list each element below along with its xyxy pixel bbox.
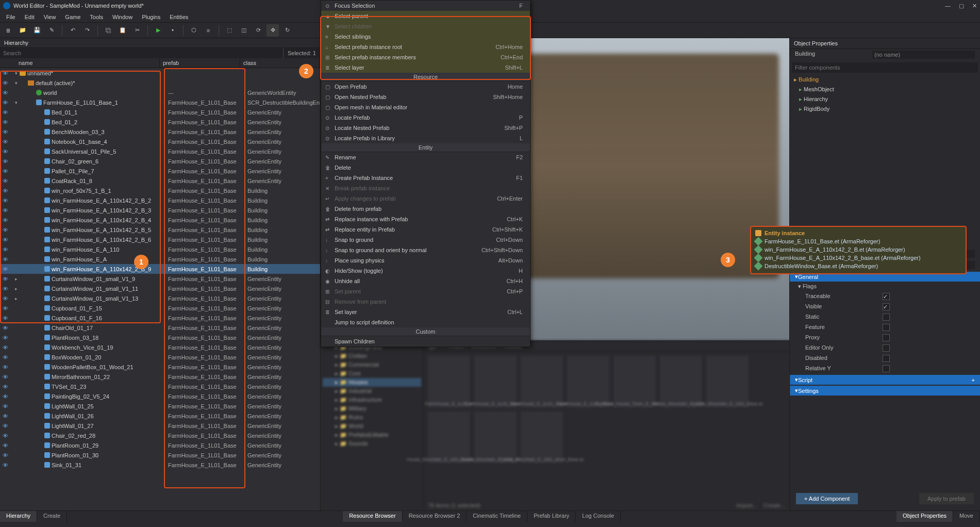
thumbnail[interactable]: House_Mountain_E_1I01_Base.et — [706, 356, 749, 407]
select-icon[interactable]: ⬚ — [223, 24, 236, 37]
ctx-item[interactable]: ⊙Locate PrefabP — [321, 112, 530, 123]
visibility-icon[interactable]: 👁 — [0, 149, 10, 155]
thumbnail-grid[interactable]: FarmHouse_E_1L01.etFarmHouse_E_1L01_Base… — [424, 352, 789, 500]
tree-row[interactable]: 👁▸CurtainsWindow_01_small_V1_9FarmHouse_… — [0, 274, 320, 284]
visibility-icon[interactable]: 👁 — [0, 462, 10, 468]
thumbnail[interactable]: FarmHouse_E_1L01_Base.et — [474, 356, 517, 407]
folder-item[interactable]: ▸ 📁 Infrastructure — [323, 396, 421, 404]
expand-icon[interactable]: ▸ — [12, 286, 20, 291]
ctx-item[interactable]: Spawn Children — [321, 336, 530, 347]
menu-entities[interactable]: Entities — [165, 13, 192, 21]
visibility-icon[interactable]: 👁 — [0, 335, 10, 341]
cut-icon[interactable]: ✂ — [131, 24, 143, 37]
tree-row[interactable]: 👁Chair_02_green_6FarmHouse_E_1L01_BaseGe… — [0, 156, 320, 166]
edit-icon[interactable]: ✎ — [45, 24, 58, 37]
menu-plugins[interactable]: Plugins — [138, 13, 164, 21]
tree-row[interactable]: 👁Chair_02_red_28FarmHouse_E_1L01_BaseGen… — [0, 431, 320, 440]
folder-item[interactable]: ▸ 📁 Military — [323, 404, 421, 413]
expand-icon[interactable]: ▾ — [12, 71, 20, 76]
new-file-icon[interactable]: 🗎 — [2, 24, 14, 37]
maximize-icon[interactable]: ▢ — [959, 3, 964, 9]
flag-checkbox[interactable] — [883, 334, 890, 341]
marquee-icon[interactable]: ◫ — [238, 24, 250, 37]
expand-icon[interactable]: ▸ — [12, 276, 20, 282]
thumbnail[interactable]: House_Mountain_E_1I01_short.et — [474, 411, 517, 463]
column-prefab[interactable]: prefab — [160, 58, 240, 68]
tree-row[interactable]: 👁Cupboard_01_F_16FarmHouse_E_1L01_BaseGe… — [0, 313, 320, 323]
flag-checkbox[interactable] — [883, 365, 890, 372]
play-icon[interactable]: ▶ — [152, 24, 164, 37]
visibility-icon[interactable]: 👁 — [0, 393, 10, 400]
visibility-icon[interactable]: 👁 — [0, 100, 10, 106]
visibility-icon[interactable]: 👁 — [0, 374, 10, 380]
visibility-icon[interactable]: 👁 — [0, 305, 10, 311]
flags-header[interactable]: ▾ Flags — [790, 282, 980, 291]
ctx-item[interactable]: ⊙Locate Nested PrefabShift+P — [321, 123, 530, 133]
tree-row[interactable]: 👁Notebook_01_base_4FarmHouse_E_1L01_Base… — [0, 137, 320, 146]
folder-item[interactable]: ▸ 📁 Civilian — [323, 352, 421, 360]
tree-row[interactable]: 👁LightWall_01_27FarmHouse_E_1L01_BaseGen… — [0, 421, 320, 431]
visibility-icon[interactable]: 👁 — [0, 384, 10, 390]
thumbnail[interactable]: House_Mountain_E_1I01.et — [660, 356, 702, 407]
visibility-icon[interactable]: 👁 — [0, 168, 10, 174]
ctx-item[interactable]: ◉Unhide allCtrl+H — [321, 276, 530, 286]
create-button[interactable]: Create... — [763, 502, 785, 508]
visibility-icon[interactable]: 👁 — [0, 276, 10, 282]
ctx-item[interactable]: Jump to script definition — [321, 317, 530, 327]
visibility-icon[interactable]: 👁 — [0, 325, 10, 331]
tab-prefab-library[interactable]: Prefab Library — [527, 511, 576, 522]
tree-row[interactable]: 👁CoatRack_01_8FarmHouse_E_1L01_BaseGener… — [0, 176, 320, 186]
folder-item[interactable]: ▸ 📁 Sounds — [323, 439, 421, 448]
add-component-button[interactable]: + Add Component — [796, 493, 858, 504]
popup-item[interactable]: win_FarmHouse_E_A_110x142_2_B_base.et (A… — [755, 254, 961, 262]
ctx-item[interactable]: ↓Snap to ground and orient by normalCtrl… — [321, 245, 530, 255]
visibility-icon[interactable]: 👁 — [0, 266, 10, 272]
visibility-icon[interactable]: 👁 — [0, 433, 10, 439]
folder-item[interactable]: ▸ 📁 Industrial — [323, 387, 421, 396]
tab-hierarchy[interactable]: Hierarchy — [0, 511, 37, 522]
ctx-item[interactable]: ⊞Select prefab instance membersCtrl+End — [321, 52, 530, 62]
tree-row[interactable]: 👁BoxWooden_01_20FarmHouse_E_1L01_BaseGen… — [0, 352, 320, 362]
tree-row[interactable]: 👁LightWall_01_26FarmHouse_E_1L01_BaseGen… — [0, 411, 320, 421]
undo-icon[interactable]: ↶ — [67, 24, 79, 37]
tab-move[interactable]: Move — [953, 511, 980, 522]
ctx-item[interactable]: 🗑Delete from prefab — [321, 204, 530, 214]
tree-row[interactable]: 👁PlantRoom_03_18FarmHouse_E_1L01_BaseGen… — [0, 333, 320, 342]
component-item[interactable]: ▸ RigidBody — [790, 104, 980, 114]
tree-row[interactable]: 👁win_FarmHouse_E_A_110x142_2_B_5FarmHous… — [0, 225, 320, 235]
name-field[interactable]: (no name) — [872, 51, 975, 59]
tree-row[interactable]: 👁world---GenericWorldEntity — [0, 88, 320, 97]
minimize-icon[interactable]: — — [945, 3, 951, 9]
tree-row[interactable]: 👁▸CurtainsWindow_01_small_V1_13FarmHouse… — [0, 293, 320, 303]
tree-row[interactable]: 👁PlantRoom_01_30FarmHouse_E_1L01_BaseGen… — [0, 450, 320, 460]
visibility-icon[interactable]: 👁 — [0, 237, 10, 243]
cube-icon[interactable]: ⬡ — [188, 24, 200, 37]
visibility-icon[interactable]: 👁 — [0, 119, 10, 125]
tree-row[interactable]: 👁ChairOld_01_17FarmHouse_E_1L01_BaseGene… — [0, 323, 320, 333]
expand-icon[interactable]: ▾ — [12, 80, 20, 86]
folder-item[interactable]: ▸ 📁 Core — [323, 369, 421, 378]
visibility-icon[interactable]: 👁 — [0, 364, 10, 370]
visibility-icon[interactable]: 👁 — [0, 188, 10, 194]
component-building-header[interactable]: ▸ Building — [790, 75, 980, 85]
tree-row[interactable]: 👁Sink_01_31FarmHouse_E_1L01_BaseGenericE… — [0, 460, 320, 470]
ctx-item[interactable]: ⇄Replace entity in PrefabCtrl+Shift+K — [321, 224, 530, 235]
visibility-icon[interactable]: 👁 — [0, 256, 10, 262]
flag-checkbox[interactable] — [883, 314, 890, 321]
visibility-icon[interactable]: 👁 — [0, 109, 10, 116]
flag-checkbox[interactable]: ✓ — [883, 303, 890, 310]
tree-row[interactable]: 👁Bed_01_2FarmHouse_E_1L01_BaseGenericEnt… — [0, 117, 320, 127]
ctx-item[interactable]: ▢Open PrefabHome — [321, 81, 530, 92]
visibility-icon[interactable]: 👁 — [0, 286, 10, 292]
visibility-icon[interactable]: 👁 — [0, 452, 10, 458]
visibility-icon[interactable]: 👁 — [0, 90, 10, 96]
ctx-item[interactable]: ⇄Replace instance with PrefabCtrl+K — [321, 214, 530, 224]
thumbnail[interactable]: FarmHouse_E_1L01_Wood.et — [567, 356, 609, 407]
folder-item[interactable]: ▸ 📁 Ruins — [323, 413, 421, 422]
visibility-icon[interactable]: 👁 — [0, 158, 10, 164]
menu-window[interactable]: Window — [108, 13, 137, 21]
ctx-item[interactable]: ▢Open Nested PrefabShift+Home — [321, 92, 530, 102]
tree-row[interactable]: 👁MirrorBathroom_01_22FarmHouse_E_1L01_Ba… — [0, 372, 320, 382]
menu-file[interactable]: File — [2, 13, 20, 21]
flag-checkbox[interactable]: ✓ — [883, 293, 890, 300]
